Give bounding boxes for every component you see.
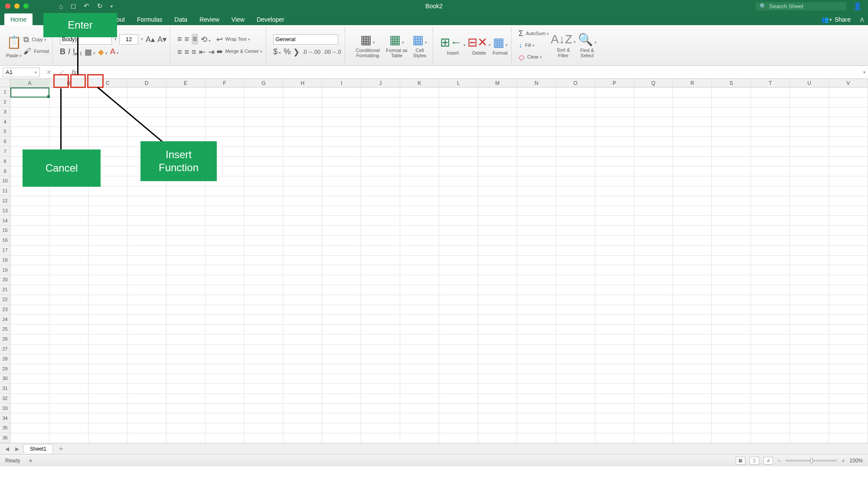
cell[interactable] — [206, 433, 245, 443]
cell[interactable] — [673, 127, 712, 137]
cell[interactable] — [322, 374, 361, 384]
cell[interactable] — [517, 127, 556, 137]
cell[interactable] — [751, 226, 790, 236]
cell[interactable] — [829, 107, 868, 117]
cell[interactable] — [10, 335, 49, 344]
cell[interactable] — [790, 305, 829, 315]
cell[interactable] — [478, 127, 517, 137]
cell[interactable] — [166, 384, 206, 394]
cell[interactable] — [751, 433, 790, 443]
cell[interactable] — [49, 98, 88, 107]
cell[interactable] — [517, 305, 556, 315]
cell[interactable] — [127, 206, 166, 216]
cell[interactable] — [10, 413, 49, 423]
cell[interactable] — [517, 107, 556, 117]
cell[interactable] — [751, 354, 790, 364]
row-header[interactable]: 23 — [0, 305, 10, 315]
cell[interactable] — [673, 157, 712, 167]
cell[interactable] — [206, 206, 245, 216]
cell[interactable] — [556, 394, 595, 404]
cell[interactable] — [439, 186, 478, 196]
cell[interactable] — [712, 107, 751, 117]
cell[interactable] — [517, 176, 556, 186]
cell[interactable] — [478, 285, 517, 295]
cell[interactable] — [361, 127, 400, 137]
cell[interactable] — [751, 423, 790, 433]
cell[interactable] — [634, 176, 673, 186]
save-icon[interactable]: ◻ — [71, 2, 76, 10]
cell[interactable] — [322, 394, 361, 404]
cell[interactable] — [634, 127, 673, 137]
cell[interactable] — [634, 384, 673, 394]
cell[interactable] — [244, 423, 283, 433]
cell[interactable] — [439, 275, 478, 285]
cell[interactable] — [322, 335, 361, 344]
cell[interactable] — [517, 364, 556, 374]
cell[interactable] — [751, 246, 790, 256]
cell[interactable] — [517, 137, 556, 147]
cell[interactable] — [595, 344, 634, 354]
cell[interactable] — [556, 354, 595, 364]
cell[interactable] — [829, 166, 868, 176]
cell[interactable] — [322, 404, 361, 414]
cell[interactable] — [127, 404, 166, 414]
delete-cells-button[interactable]: ⊟✕ — [467, 35, 491, 49]
cell[interactable] — [634, 256, 673, 266]
cell[interactable] — [439, 236, 478, 246]
cell[interactable] — [634, 246, 673, 256]
cell[interactable] — [206, 127, 245, 137]
cell[interactable] — [206, 394, 245, 404]
cell[interactable] — [88, 374, 127, 384]
cell[interactable] — [751, 265, 790, 275]
cell[interactable] — [127, 315, 166, 325]
cell[interactable] — [166, 196, 206, 206]
cell[interactable] — [400, 315, 439, 325]
cell[interactable] — [673, 394, 712, 404]
cell[interactable] — [673, 275, 712, 285]
cell[interactable] — [712, 216, 751, 226]
column-header[interactable]: L — [439, 79, 478, 88]
cell[interactable] — [829, 374, 868, 384]
cell[interactable] — [829, 413, 868, 423]
cell[interactable] — [10, 216, 49, 226]
row-header[interactable]: 16 — [0, 235, 10, 245]
cell[interactable] — [361, 107, 400, 117]
cell[interactable] — [88, 325, 127, 335]
cell[interactable] — [517, 117, 556, 127]
cell[interactable] — [88, 305, 127, 315]
cell[interactable] — [400, 384, 439, 394]
home-icon[interactable]: ⌂ — [59, 3, 63, 10]
cell[interactable] — [790, 166, 829, 176]
row-header[interactable]: 35 — [0, 423, 10, 433]
cell[interactable] — [283, 196, 322, 206]
cell[interactable] — [517, 216, 556, 226]
cell[interactable] — [206, 246, 245, 256]
cell[interactable] — [283, 275, 322, 285]
cell[interactable] — [673, 236, 712, 246]
italic-button[interactable]: I — [68, 47, 70, 56]
cell[interactable] — [10, 137, 49, 147]
cell[interactable] — [88, 394, 127, 404]
cell[interactable] — [400, 127, 439, 137]
cell[interactable] — [400, 404, 439, 414]
cell[interactable] — [751, 206, 790, 216]
cell[interactable] — [712, 404, 751, 414]
row-header[interactable]: 32 — [0, 393, 10, 403]
cell[interactable] — [439, 147, 478, 157]
cell[interactable] — [439, 226, 478, 236]
cell[interactable] — [673, 216, 712, 226]
column-header[interactable]: D — [127, 79, 166, 88]
cell[interactable] — [712, 354, 751, 364]
cell[interactable] — [673, 315, 712, 325]
cell[interactable] — [206, 354, 245, 364]
cell[interactable] — [127, 275, 166, 285]
column-header[interactable]: E — [166, 79, 206, 88]
cell[interactable] — [478, 256, 517, 266]
account-icon[interactable]: 👤 — [853, 2, 862, 10]
increase-font-button[interactable]: A▴ — [146, 35, 155, 44]
collapse-ribbon-button[interactable]: ᐱ — [860, 17, 864, 23]
font-color-button[interactable]: A — [110, 47, 119, 56]
cell[interactable] — [790, 275, 829, 285]
cell[interactable] — [673, 305, 712, 315]
cell[interactable] — [206, 117, 245, 127]
